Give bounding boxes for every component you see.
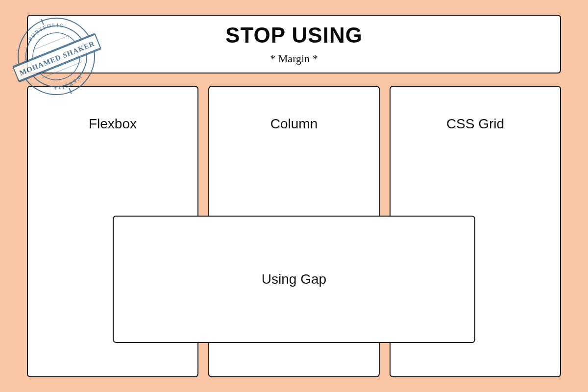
- column-label: CSS Grid: [446, 116, 504, 131]
- column-label: Flexbox: [89, 116, 137, 131]
- overlay-label: Using Gap: [262, 271, 326, 287]
- title: STOP USING: [225, 23, 363, 48]
- svg-line-10: [41, 19, 43, 24]
- column-label: Column: [270, 116, 318, 131]
- svg-text:PORTFOLIO: PORTFOLIO: [24, 17, 67, 43]
- overlay-box: Using Gap: [113, 216, 475, 343]
- stamp-bottom-arc: WEBSITE: [50, 73, 85, 94]
- svg-line-11: [69, 88, 71, 94]
- stamp-top-arc: PORTFOLIO: [24, 17, 67, 43]
- svg-text:WEBSITE: WEBSITE: [50, 73, 85, 94]
- subtitle: * Margin *: [270, 52, 318, 65]
- stamp-name: MOHAMED SHAKER: [18, 39, 96, 76]
